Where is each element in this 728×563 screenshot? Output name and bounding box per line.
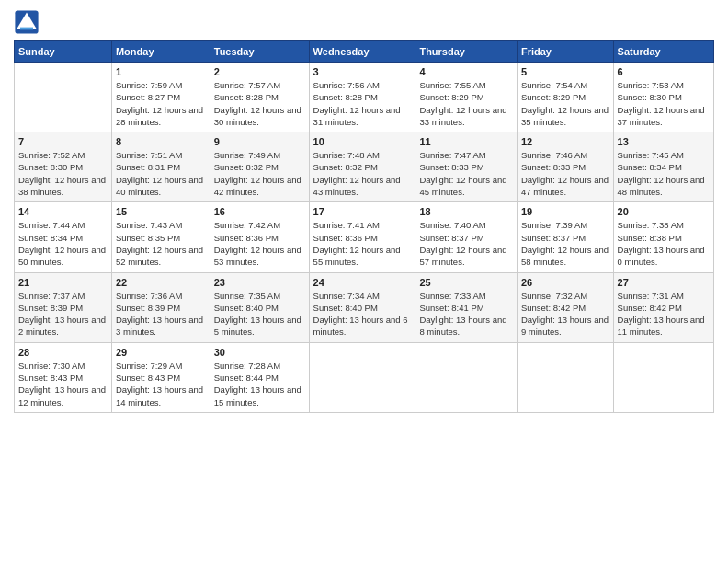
day-number: 30	[214, 347, 305, 358]
day-number: 20	[618, 206, 710, 217]
day-cell: 28Sunrise: 7:30 AM Sunset: 8:43 PM Dayli…	[15, 342, 112, 412]
day-content: Sunrise: 7:34 AM Sunset: 8:40 PM Dayligh…	[313, 290, 412, 339]
day-cell: 9Sunrise: 7:49 AM Sunset: 8:32 PM Daylig…	[210, 132, 309, 202]
day-content: Sunrise: 7:46 AM Sunset: 8:33 PM Dayligh…	[521, 149, 609, 198]
day-content: Sunrise: 7:32 AM Sunset: 8:42 PM Dayligh…	[521, 290, 609, 339]
day-number: 7	[18, 136, 108, 147]
day-content: Sunrise: 7:52 AM Sunset: 8:30 PM Dayligh…	[18, 149, 108, 198]
calendar-table: SundayMondayTuesdayWednesdayThursdayFrid…	[14, 40, 714, 413]
day-number: 22	[116, 277, 206, 288]
day-cell: 21Sunrise: 7:37 AM Sunset: 8:39 PM Dayli…	[15, 272, 112, 342]
day-number: 5	[521, 66, 609, 77]
day-cell: 11Sunrise: 7:47 AM Sunset: 8:33 PM Dayli…	[415, 132, 518, 202]
day-content: Sunrise: 7:35 AM Sunset: 8:40 PM Dayligh…	[214, 290, 305, 339]
day-content: Sunrise: 7:45 AM Sunset: 8:34 PM Dayligh…	[618, 149, 710, 198]
day-cell: 18Sunrise: 7:40 AM Sunset: 8:37 PM Dayli…	[415, 202, 518, 272]
day-number: 16	[214, 206, 305, 217]
day-cell: 14Sunrise: 7:44 AM Sunset: 8:34 PM Dayli…	[15, 202, 112, 272]
day-number: 29	[116, 347, 206, 358]
day-number: 19	[521, 206, 609, 217]
day-content: Sunrise: 7:49 AM Sunset: 8:32 PM Dayligh…	[214, 149, 305, 198]
day-number: 24	[313, 277, 412, 288]
day-content: Sunrise: 7:54 AM Sunset: 8:29 PM Dayligh…	[521, 79, 609, 128]
header-cell-thursday: Thursday	[415, 41, 518, 63]
day-number: 8	[116, 136, 206, 147]
page: SundayMondayTuesdayWednesdayThursdayFrid…	[0, 0, 728, 563]
week-row-5: 28Sunrise: 7:30 AM Sunset: 8:43 PM Dayli…	[15, 342, 714, 412]
logo	[14, 9, 43, 35]
day-cell: 8Sunrise: 7:51 AM Sunset: 8:31 PM Daylig…	[111, 132, 210, 202]
day-cell: 5Sunrise: 7:54 AM Sunset: 8:29 PM Daylig…	[517, 63, 613, 132]
header	[14, 9, 714, 35]
day-content: Sunrise: 7:29 AM Sunset: 8:43 PM Dayligh…	[116, 360, 206, 408]
day-number: 2	[214, 66, 305, 77]
day-cell	[517, 342, 613, 412]
day-cell: 7Sunrise: 7:52 AM Sunset: 8:30 PM Daylig…	[15, 132, 112, 202]
day-cell	[309, 342, 415, 412]
day-number: 1	[116, 66, 206, 77]
header-cell-sunday: Sunday	[15, 41, 112, 63]
header-cell-friday: Friday	[517, 41, 613, 63]
day-cell: 3Sunrise: 7:56 AM Sunset: 8:28 PM Daylig…	[309, 63, 415, 132]
day-number: 12	[521, 136, 609, 147]
day-cell: 30Sunrise: 7:28 AM Sunset: 8:44 PM Dayli…	[210, 342, 309, 412]
day-cell: 2Sunrise: 7:57 AM Sunset: 8:28 PM Daylig…	[210, 63, 309, 132]
day-cell: 23Sunrise: 7:35 AM Sunset: 8:40 PM Dayli…	[210, 272, 309, 342]
day-cell: 19Sunrise: 7:39 AM Sunset: 8:37 PM Dayli…	[517, 202, 613, 272]
day-cell: 1Sunrise: 7:59 AM Sunset: 8:27 PM Daylig…	[111, 63, 210, 132]
day-number: 18	[419, 206, 513, 217]
week-row-2: 7Sunrise: 7:52 AM Sunset: 8:30 PM Daylig…	[15, 132, 714, 202]
day-content: Sunrise: 7:42 AM Sunset: 8:36 PM Dayligh…	[214, 219, 305, 268]
day-content: Sunrise: 7:39 AM Sunset: 8:37 PM Dayligh…	[521, 219, 609, 268]
day-content: Sunrise: 7:40 AM Sunset: 8:37 PM Dayligh…	[419, 219, 513, 268]
week-row-3: 14Sunrise: 7:44 AM Sunset: 8:34 PM Dayli…	[15, 202, 714, 272]
day-number: 14	[18, 206, 108, 217]
header-cell-saturday: Saturday	[613, 41, 713, 63]
day-number: 4	[419, 66, 513, 77]
day-cell	[15, 63, 112, 132]
header-cell-monday: Monday	[111, 41, 210, 63]
day-cell: 20Sunrise: 7:38 AM Sunset: 8:38 PM Dayli…	[613, 202, 713, 272]
logo-icon	[14, 9, 40, 35]
day-content: Sunrise: 7:28 AM Sunset: 8:44 PM Dayligh…	[214, 360, 305, 408]
day-number: 11	[419, 136, 513, 147]
day-content: Sunrise: 7:43 AM Sunset: 8:35 PM Dayligh…	[116, 219, 206, 268]
day-number: 26	[521, 277, 609, 288]
week-row-4: 21Sunrise: 7:37 AM Sunset: 8:39 PM Dayli…	[15, 272, 714, 342]
svg-rect-2	[20, 28, 33, 30]
day-content: Sunrise: 7:55 AM Sunset: 8:29 PM Dayligh…	[419, 79, 513, 128]
day-cell	[613, 342, 713, 412]
day-content: Sunrise: 7:37 AM Sunset: 8:39 PM Dayligh…	[18, 290, 108, 339]
day-number: 10	[313, 136, 412, 147]
day-cell	[415, 342, 518, 412]
day-content: Sunrise: 7:47 AM Sunset: 8:33 PM Dayligh…	[419, 149, 513, 198]
day-cell: 27Sunrise: 7:31 AM Sunset: 8:42 PM Dayli…	[613, 272, 713, 342]
day-cell: 10Sunrise: 7:48 AM Sunset: 8:32 PM Dayli…	[309, 132, 415, 202]
day-number: 15	[116, 206, 206, 217]
day-content: Sunrise: 7:31 AM Sunset: 8:42 PM Dayligh…	[618, 290, 710, 339]
day-content: Sunrise: 7:38 AM Sunset: 8:38 PM Dayligh…	[618, 219, 710, 268]
day-content: Sunrise: 7:59 AM Sunset: 8:27 PM Dayligh…	[116, 79, 206, 128]
header-cell-wednesday: Wednesday	[309, 41, 415, 63]
day-cell: 22Sunrise: 7:36 AM Sunset: 8:39 PM Dayli…	[111, 272, 210, 342]
day-content: Sunrise: 7:48 AM Sunset: 8:32 PM Dayligh…	[313, 149, 412, 198]
day-content: Sunrise: 7:56 AM Sunset: 8:28 PM Dayligh…	[313, 79, 412, 128]
day-number: 9	[214, 136, 305, 147]
day-number: 13	[618, 136, 710, 147]
header-cell-tuesday: Tuesday	[210, 41, 309, 63]
day-content: Sunrise: 7:57 AM Sunset: 8:28 PM Dayligh…	[214, 79, 305, 128]
day-cell: 15Sunrise: 7:43 AM Sunset: 8:35 PM Dayli…	[111, 202, 210, 272]
day-number: 3	[313, 66, 412, 77]
day-number: 28	[18, 347, 108, 358]
header-row: SundayMondayTuesdayWednesdayThursdayFrid…	[15, 41, 714, 63]
day-cell: 26Sunrise: 7:32 AM Sunset: 8:42 PM Dayli…	[517, 272, 613, 342]
day-cell: 29Sunrise: 7:29 AM Sunset: 8:43 PM Dayli…	[111, 342, 210, 412]
day-content: Sunrise: 7:51 AM Sunset: 8:31 PM Dayligh…	[116, 149, 206, 198]
day-number: 25	[419, 277, 513, 288]
day-cell: 4Sunrise: 7:55 AM Sunset: 8:29 PM Daylig…	[415, 63, 518, 132]
day-number: 17	[313, 206, 412, 217]
day-cell: 24Sunrise: 7:34 AM Sunset: 8:40 PM Dayli…	[309, 272, 415, 342]
day-cell: 12Sunrise: 7:46 AM Sunset: 8:33 PM Dayli…	[517, 132, 613, 202]
day-cell: 16Sunrise: 7:42 AM Sunset: 8:36 PM Dayli…	[210, 202, 309, 272]
week-row-1: 1Sunrise: 7:59 AM Sunset: 8:27 PM Daylig…	[15, 63, 714, 132]
